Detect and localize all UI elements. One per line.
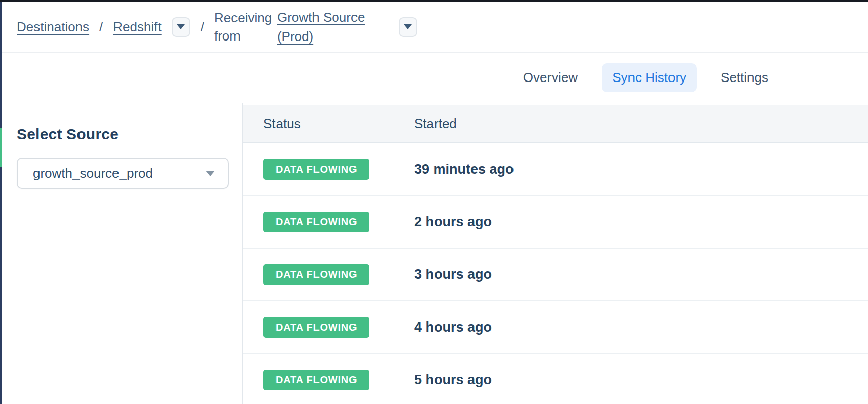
status-badge: DATA FLOWING bbox=[263, 264, 369, 285]
started-cell: 5 hours ago bbox=[414, 372, 868, 388]
chevron-down-icon bbox=[206, 171, 215, 176]
tab-overview[interactable]: Overview bbox=[512, 63, 588, 92]
table-row[interactable]: DATA FLOWING 3 hours ago bbox=[243, 249, 868, 301]
breadcrumb-separator: / bbox=[99, 19, 103, 35]
source-select-value: growth_source_prod bbox=[33, 166, 153, 181]
chevron-down-icon bbox=[177, 24, 185, 29]
source-select-dropdown[interactable]: growth_source_prod bbox=[17, 158, 229, 189]
destination-switcher-button[interactable] bbox=[172, 17, 190, 37]
tab-sync-history[interactable]: Sync History bbox=[602, 63, 697, 92]
sync-history-table: Status Started DATA FLOWING 39 minutes a… bbox=[243, 103, 868, 404]
breadcrumb: Destinations / Redshift / Receiving from… bbox=[0, 2, 868, 53]
breadcrumb-link-redshift[interactable]: Redshift bbox=[113, 19, 161, 35]
status-badge: DATA FLOWING bbox=[263, 159, 369, 180]
column-header-started: Started bbox=[414, 116, 868, 132]
status-badge: DATA FLOWING bbox=[263, 317, 369, 338]
status-badge: DATA FLOWING bbox=[263, 212, 369, 232]
chevron-down-icon bbox=[404, 24, 412, 29]
table-header-row: Status Started bbox=[243, 105, 868, 143]
breadcrumb-separator: / bbox=[201, 19, 204, 35]
nav-rail-active-indicator bbox=[0, 128, 2, 167]
started-cell: 4 hours ago bbox=[414, 319, 868, 335]
source-select-panel: Select Source growth_source_prod bbox=[0, 103, 243, 404]
tab-bar: Overview Sync History Settings bbox=[0, 54, 868, 102]
breadcrumb-receiving-from-label: Receiving from bbox=[214, 9, 277, 45]
started-cell: 3 hours ago bbox=[414, 267, 868, 282]
window-top-edge bbox=[0, 0, 868, 2]
started-cell: 2 hours ago bbox=[414, 214, 868, 230]
tab-settings[interactable]: Settings bbox=[710, 63, 779, 92]
table-row[interactable]: DATA FLOWING 2 hours ago bbox=[243, 196, 868, 249]
column-header-status: Status bbox=[263, 116, 414, 132]
main-content: Select Source growth_source_prod Status … bbox=[0, 103, 868, 404]
table-row[interactable]: DATA FLOWING 4 hours ago bbox=[243, 301, 868, 354]
breadcrumb-link-source[interactable]: Growth Source (Prod) bbox=[277, 8, 369, 46]
app-window: Destinations / Redshift / Receiving from… bbox=[0, 0, 868, 404]
started-cell: 39 minutes ago bbox=[414, 161, 868, 177]
breadcrumb-link-destinations[interactable]: Destinations bbox=[17, 19, 89, 35]
table-row[interactable]: DATA FLOWING 5 hours ago bbox=[243, 354, 868, 404]
table-row[interactable]: DATA FLOWING 39 minutes ago bbox=[243, 143, 868, 196]
status-badge: DATA FLOWING bbox=[263, 370, 369, 390]
select-source-heading: Select Source bbox=[17, 126, 228, 143]
source-switcher-button[interactable] bbox=[399, 17, 417, 37]
collapsed-nav-rail bbox=[0, 0, 2, 404]
